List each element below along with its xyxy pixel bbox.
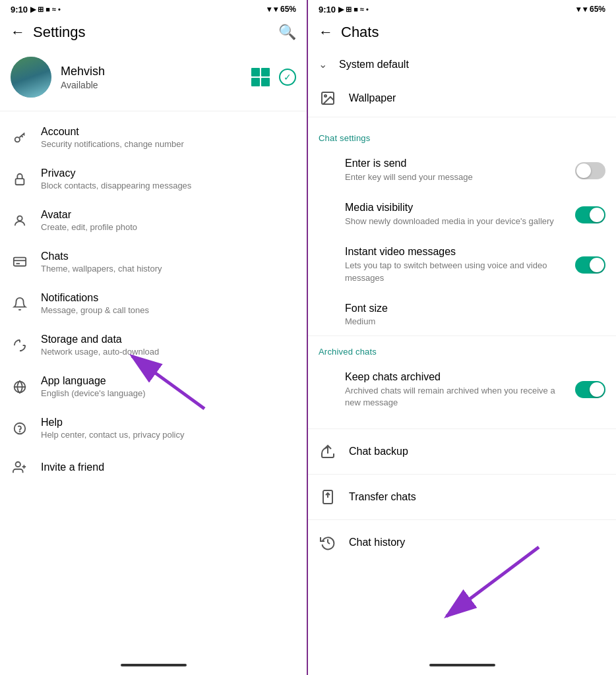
- home-indicator-left: [121, 664, 187, 666]
- svg-point-5: [17, 216, 22, 220]
- media-visibility-label: Media visibility: [345, 202, 565, 214]
- enter-send-text: Enter is send Enter key will send your m…: [345, 158, 565, 183]
- keep-archived-label: Keep chats archived: [345, 371, 565, 383]
- language-text: App language English (device's language): [41, 375, 296, 398]
- invite-text: Invite a friend: [41, 461, 296, 473]
- media-visibility-text: Media visibility Show newly downloaded m…: [345, 202, 565, 227]
- svg-rect-4: [16, 179, 24, 185]
- home-indicator-right: [429, 664, 495, 666]
- svg-line-2: [24, 134, 25, 135]
- keep-archived-text: Keep chats archived Archived chats will …: [345, 371, 565, 409]
- instant-video-sub: Lets you tap to switch between using voi…: [345, 260, 565, 283]
- svg-point-12: [16, 462, 20, 467]
- settings-item-chats[interactable]: Chats Theme, wallpapers, chat history: [0, 241, 307, 283]
- instant-video-text: Instant video messages Lets you tap to s…: [345, 246, 565, 283]
- avatar-sublabel: Create, edit, profile photo: [41, 222, 296, 232]
- right-panel: 9:10 ▶ ⊞ ■ ≈ • ▾ ▾ 65% ← Chats ⌄ System …: [308, 0, 616, 675]
- font-size-row[interactable]: Font size Medium: [308, 293, 616, 336]
- search-button[interactable]: 🔍: [278, 24, 296, 41]
- font-size-label: Font size: [345, 303, 605, 314]
- system-default-item[interactable]: ⌄ System default: [308, 49, 616, 80]
- profile-info: Mehvish Available: [61, 65, 242, 90]
- svg-rect-6: [14, 257, 26, 266]
- wallpaper-item[interactable]: Wallpaper: [308, 80, 616, 117]
- svg-point-0: [15, 137, 20, 142]
- back-button-right[interactable]: ←: [319, 24, 333, 41]
- divider-3: [308, 519, 616, 520]
- avatar: [11, 57, 51, 98]
- divider-1: [308, 428, 616, 429]
- privacy-text: Privacy Block contacts, disappearing mes…: [41, 167, 296, 191]
- font-size-value: Medium: [345, 316, 605, 326]
- storage-icon: [11, 336, 29, 355]
- account-label: Account: [41, 126, 296, 138]
- wifi-icon-right: ▾: [576, 5, 580, 14]
- instant-video-toggle[interactable]: [575, 256, 605, 274]
- instant-video-row: Instant video messages Lets you tap to s…: [308, 237, 616, 293]
- settings-item-privacy[interactable]: Privacy Block contacts, disappearing mes…: [0, 158, 307, 200]
- svg-line-3: [22, 136, 23, 137]
- help-text: Help Help center, contact us, privacy po…: [41, 417, 296, 440]
- chats-header: ← Chats: [308, 18, 616, 49]
- chats-sublabel: Theme, wallpapers, chat history: [41, 264, 296, 274]
- profile-section[interactable]: Mehvish Available ✓: [0, 49, 307, 111]
- keep-archived-toggle[interactable]: [575, 381, 605, 398]
- chat-history-item[interactable]: Chat history: [308, 523, 616, 562]
- settings-item-help[interactable]: Help Help center, contact us, privacy po…: [0, 407, 307, 449]
- time-left: 9:10: [11, 5, 28, 15]
- bottom-bar-right: [308, 659, 616, 675]
- chats-settings-content: ⌄ System default Wallpaper Chat settings…: [308, 49, 616, 659]
- wallpaper-label: Wallpaper: [349, 92, 396, 104]
- notifications-text: Notifications Message, group & call tone…: [41, 292, 296, 315]
- svg-point-18: [324, 95, 326, 97]
- chat-backup-item[interactable]: Chat backup: [308, 432, 616, 471]
- settings-item-storage[interactable]: Storage and data Network usage, auto-dow…: [0, 324, 307, 366]
- transfer-chats-item[interactable]: Transfer chats: [308, 477, 616, 517]
- wifi-icon-left: ▾: [267, 5, 271, 14]
- back-button-left[interactable]: ←: [11, 24, 25, 41]
- divider-2: [308, 474, 616, 475]
- avatar-icon: [11, 212, 29, 230]
- archived-chats-header: Archived chats: [308, 341, 616, 362]
- battery-right: 65%: [590, 5, 605, 14]
- time-right: 9:10: [319, 5, 336, 15]
- account-sublabel: Security notifications, change number: [41, 139, 296, 149]
- settings-item-avatar[interactable]: Avatar Create, edit, profile photo: [0, 200, 307, 241]
- chat-history-label: Chat history: [349, 537, 405, 548]
- media-visibility-toggle[interactable]: [575, 206, 605, 223]
- lock-icon: [11, 170, 29, 189]
- notifications-label: Notifications: [41, 292, 296, 304]
- keep-archived-sub: Archived chats will remain archived when…: [345, 385, 565, 409]
- language-sublabel: English (device's language): [41, 388, 296, 398]
- svg-point-11: [20, 431, 20, 432]
- enter-send-toggle[interactable]: [575, 162, 605, 179]
- settings-item-notifications[interactable]: Notifications Message, group & call tone…: [0, 283, 307, 324]
- settings-list: Account Security notifications, change n…: [0, 117, 307, 659]
- bottom-bar-left: [0, 659, 307, 675]
- status-icons-right: ▶ ⊞ ■ ≈ •: [338, 5, 369, 14]
- transfer-chats-label: Transfer chats: [349, 491, 416, 503]
- status-icons-left: ▶ ⊞ ■ ≈ •: [30, 5, 61, 14]
- keep-archived-row: Keep chats archived Archived chats will …: [308, 362, 616, 418]
- enter-send-row: Enter is send Enter key will send your m…: [308, 148, 616, 192]
- status-check-icon[interactable]: ✓: [279, 69, 296, 86]
- avatar-text: Avatar Create, edit, profile photo: [41, 209, 296, 232]
- settings-item-invite[interactable]: Invite a friend: [0, 449, 307, 486]
- enter-send-sub: Enter key will send your message: [345, 171, 565, 183]
- settings-item-account[interactable]: Account Security notifications, change n…: [0, 117, 307, 158]
- media-visibility-sub: Show newly downloaded media in your devi…: [345, 216, 565, 227]
- account-text: Account Security notifications, change n…: [41, 126, 296, 149]
- chat-settings-header: Chat settings: [308, 128, 616, 148]
- storage-text: Storage and data Network usage, auto-dow…: [41, 334, 296, 357]
- help-icon: [11, 419, 29, 438]
- chat-backup-label: Chat backup: [349, 446, 408, 457]
- chat-icon: [11, 253, 29, 272]
- storage-sublabel: Network usage, auto-download: [41, 347, 296, 357]
- qr-icon[interactable]: [251, 68, 270, 86]
- profile-status: Available: [61, 80, 242, 90]
- help-sublabel: Help center, contact us, privacy policy: [41, 430, 296, 440]
- chats-text: Chats Theme, wallpapers, chat history: [41, 250, 296, 274]
- signal-icon-right: ▾: [583, 5, 587, 14]
- settings-item-language[interactable]: App language English (device's language): [0, 366, 307, 407]
- invite-icon: [11, 458, 29, 477]
